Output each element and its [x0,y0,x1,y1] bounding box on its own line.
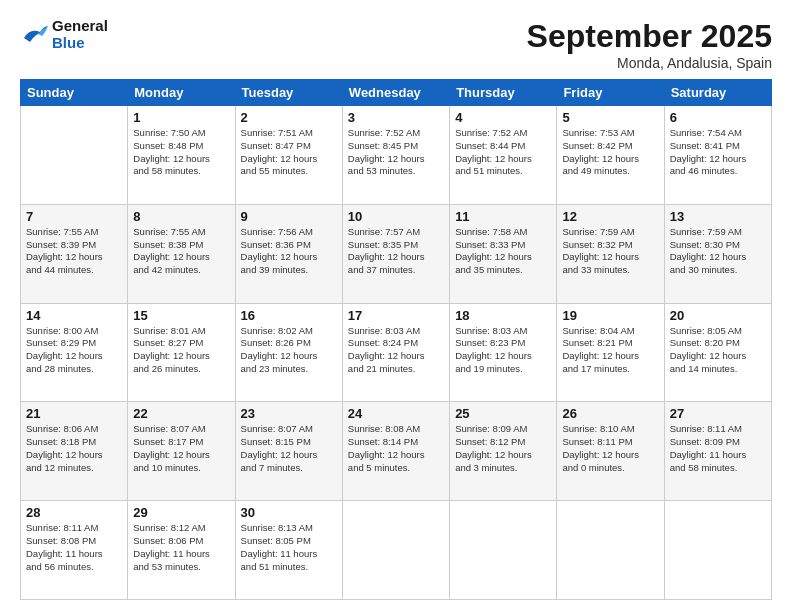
day-number: 17 [348,308,444,323]
col-thursday: Thursday [450,80,557,106]
table-row: 29Sunrise: 8:12 AM Sunset: 8:06 PM Dayli… [128,501,235,600]
day-number: 26 [562,406,658,421]
col-sunday: Sunday [21,80,128,106]
day-number: 3 [348,110,444,125]
day-number: 23 [241,406,337,421]
table-row: 23Sunrise: 8:07 AM Sunset: 8:15 PM Dayli… [235,402,342,501]
table-row: 16Sunrise: 8:02 AM Sunset: 8:26 PM Dayli… [235,303,342,402]
calendar-header-row: Sunday Monday Tuesday Wednesday Thursday… [21,80,772,106]
day-info: Sunrise: 8:09 AM Sunset: 8:12 PM Dayligh… [455,423,551,474]
day-info: Sunrise: 8:13 AM Sunset: 8:05 PM Dayligh… [241,522,337,573]
calendar-week-row: 14Sunrise: 8:00 AM Sunset: 8:29 PM Dayli… [21,303,772,402]
logo-text: General Blue [52,18,108,51]
day-info: Sunrise: 7:59 AM Sunset: 8:32 PM Dayligh… [562,226,658,277]
table-row: 27Sunrise: 8:11 AM Sunset: 8:09 PM Dayli… [664,402,771,501]
table-row: 26Sunrise: 8:10 AM Sunset: 8:11 PM Dayli… [557,402,664,501]
location: Monda, Andalusia, Spain [527,55,772,71]
day-info: Sunrise: 8:06 AM Sunset: 8:18 PM Dayligh… [26,423,122,474]
day-number: 8 [133,209,229,224]
day-info: Sunrise: 8:04 AM Sunset: 8:21 PM Dayligh… [562,325,658,376]
table-row: 6Sunrise: 7:54 AM Sunset: 8:41 PM Daylig… [664,106,771,205]
table-row: 4Sunrise: 7:52 AM Sunset: 8:44 PM Daylig… [450,106,557,205]
table-row: 30Sunrise: 8:13 AM Sunset: 8:05 PM Dayli… [235,501,342,600]
month-title: September 2025 [527,18,772,55]
day-info: Sunrise: 8:00 AM Sunset: 8:29 PM Dayligh… [26,325,122,376]
day-info: Sunrise: 8:02 AM Sunset: 8:26 PM Dayligh… [241,325,337,376]
table-row [450,501,557,600]
table-row: 18Sunrise: 8:03 AM Sunset: 8:23 PM Dayli… [450,303,557,402]
table-row [21,106,128,205]
day-info: Sunrise: 7:51 AM Sunset: 8:47 PM Dayligh… [241,127,337,178]
day-info: Sunrise: 7:50 AM Sunset: 8:48 PM Dayligh… [133,127,229,178]
day-number: 28 [26,505,122,520]
day-number: 29 [133,505,229,520]
day-info: Sunrise: 8:07 AM Sunset: 8:15 PM Dayligh… [241,423,337,474]
day-number: 13 [670,209,766,224]
day-info: Sunrise: 8:01 AM Sunset: 8:27 PM Dayligh… [133,325,229,376]
day-number: 24 [348,406,444,421]
day-info: Sunrise: 7:52 AM Sunset: 8:45 PM Dayligh… [348,127,444,178]
logo-bird-icon [20,24,48,46]
day-number: 20 [670,308,766,323]
day-info: Sunrise: 8:03 AM Sunset: 8:24 PM Dayligh… [348,325,444,376]
table-row: 20Sunrise: 8:05 AM Sunset: 8:20 PM Dayli… [664,303,771,402]
calendar-week-row: 21Sunrise: 8:06 AM Sunset: 8:18 PM Dayli… [21,402,772,501]
day-info: Sunrise: 7:54 AM Sunset: 8:41 PM Dayligh… [670,127,766,178]
table-row: 22Sunrise: 8:07 AM Sunset: 8:17 PM Dayli… [128,402,235,501]
logo: General Blue [20,18,108,51]
day-info: Sunrise: 7:57 AM Sunset: 8:35 PM Dayligh… [348,226,444,277]
table-row: 17Sunrise: 8:03 AM Sunset: 8:24 PM Dayli… [342,303,449,402]
day-number: 27 [670,406,766,421]
day-info: Sunrise: 7:56 AM Sunset: 8:36 PM Dayligh… [241,226,337,277]
col-tuesday: Tuesday [235,80,342,106]
table-row [664,501,771,600]
day-info: Sunrise: 8:12 AM Sunset: 8:06 PM Dayligh… [133,522,229,573]
table-row: 2Sunrise: 7:51 AM Sunset: 8:47 PM Daylig… [235,106,342,205]
table-row: 15Sunrise: 8:01 AM Sunset: 8:27 PM Dayli… [128,303,235,402]
calendar-week-row: 28Sunrise: 8:11 AM Sunset: 8:08 PM Dayli… [21,501,772,600]
calendar-week-row: 1Sunrise: 7:50 AM Sunset: 8:48 PM Daylig… [21,106,772,205]
day-info: Sunrise: 8:10 AM Sunset: 8:11 PM Dayligh… [562,423,658,474]
table-row: 1Sunrise: 7:50 AM Sunset: 8:48 PM Daylig… [128,106,235,205]
table-row: 8Sunrise: 7:55 AM Sunset: 8:38 PM Daylig… [128,204,235,303]
day-info: Sunrise: 8:08 AM Sunset: 8:14 PM Dayligh… [348,423,444,474]
day-info: Sunrise: 8:05 AM Sunset: 8:20 PM Dayligh… [670,325,766,376]
day-number: 16 [241,308,337,323]
table-row: 25Sunrise: 8:09 AM Sunset: 8:12 PM Dayli… [450,402,557,501]
col-monday: Monday [128,80,235,106]
calendar-table: Sunday Monday Tuesday Wednesday Thursday… [20,79,772,600]
day-number: 5 [562,110,658,125]
table-row: 5Sunrise: 7:53 AM Sunset: 8:42 PM Daylig… [557,106,664,205]
table-row: 28Sunrise: 8:11 AM Sunset: 8:08 PM Dayli… [21,501,128,600]
day-info: Sunrise: 7:58 AM Sunset: 8:33 PM Dayligh… [455,226,551,277]
table-row: 14Sunrise: 8:00 AM Sunset: 8:29 PM Dayli… [21,303,128,402]
day-number: 14 [26,308,122,323]
day-number: 4 [455,110,551,125]
day-number: 22 [133,406,229,421]
day-number: 19 [562,308,658,323]
calendar-week-row: 7Sunrise: 7:55 AM Sunset: 8:39 PM Daylig… [21,204,772,303]
day-info: Sunrise: 8:07 AM Sunset: 8:17 PM Dayligh… [133,423,229,474]
table-row: 24Sunrise: 8:08 AM Sunset: 8:14 PM Dayli… [342,402,449,501]
day-info: Sunrise: 8:11 AM Sunset: 8:08 PM Dayligh… [26,522,122,573]
day-number: 25 [455,406,551,421]
day-number: 21 [26,406,122,421]
table-row: 3Sunrise: 7:52 AM Sunset: 8:45 PM Daylig… [342,106,449,205]
day-number: 11 [455,209,551,224]
day-info: Sunrise: 7:59 AM Sunset: 8:30 PM Dayligh… [670,226,766,277]
day-number: 1 [133,110,229,125]
page: General Blue September 2025 Monda, Andal… [0,0,792,612]
day-info: Sunrise: 7:55 AM Sunset: 8:38 PM Dayligh… [133,226,229,277]
day-number: 30 [241,505,337,520]
title-section: September 2025 Monda, Andalusia, Spain [527,18,772,71]
day-number: 10 [348,209,444,224]
table-row: 12Sunrise: 7:59 AM Sunset: 8:32 PM Dayli… [557,204,664,303]
table-row: 9Sunrise: 7:56 AM Sunset: 8:36 PM Daylig… [235,204,342,303]
table-row: 7Sunrise: 7:55 AM Sunset: 8:39 PM Daylig… [21,204,128,303]
table-row: 21Sunrise: 8:06 AM Sunset: 8:18 PM Dayli… [21,402,128,501]
day-number: 9 [241,209,337,224]
header: General Blue September 2025 Monda, Andal… [20,18,772,71]
col-friday: Friday [557,80,664,106]
day-info: Sunrise: 8:11 AM Sunset: 8:09 PM Dayligh… [670,423,766,474]
table-row: 10Sunrise: 7:57 AM Sunset: 8:35 PM Dayli… [342,204,449,303]
